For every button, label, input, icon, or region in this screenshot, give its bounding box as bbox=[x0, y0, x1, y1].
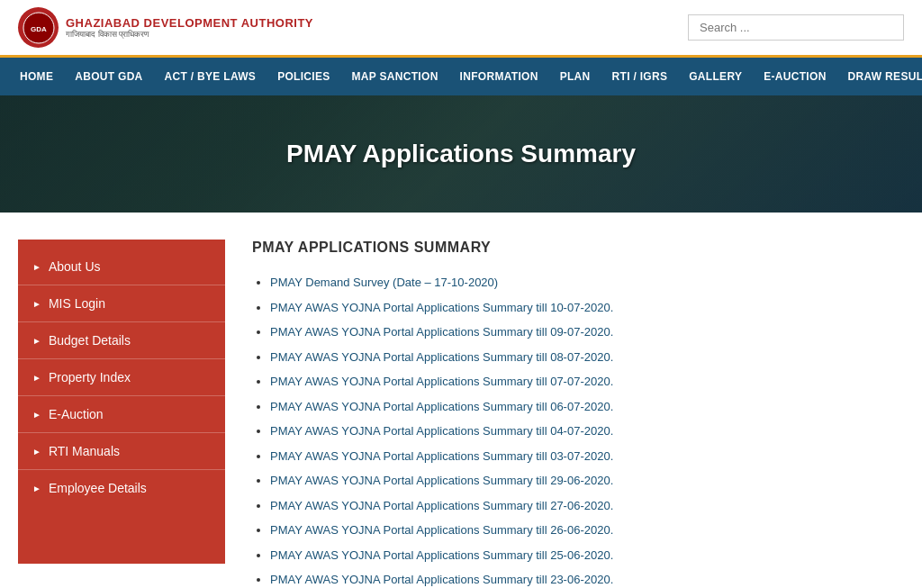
pmay-link[interactable]: PMAY AWAS YOJNA Portal Applications Summ… bbox=[270, 548, 613, 562]
header: GDA GHAZIABAD DEVELOPMENT AUTHORITY गाजि… bbox=[0, 0, 922, 58]
main-content: ► About Us ► MIS Login ► Budget Details … bbox=[0, 213, 922, 588]
list-item: PMAY AWAS YOJNA Portal Applications Summ… bbox=[270, 547, 877, 565]
sidebar-label-rti-manuals: RTI Manuals bbox=[49, 444, 120, 458]
list-item: PMAY AWAS YOJNA Portal Applications Summ… bbox=[270, 448, 877, 466]
sidebar-item-employee-details[interactable]: ► Employee Details bbox=[18, 470, 225, 506]
sidebar: ► About Us ► MIS Login ► Budget Details … bbox=[18, 240, 225, 564]
pmay-link[interactable]: PMAY AWAS YOJNA Portal Applications Summ… bbox=[270, 325, 613, 339]
pmay-link[interactable]: PMAY AWAS YOJNA Portal Applications Summ… bbox=[270, 350, 613, 364]
sidebar-label-budget-details: Budget Details bbox=[49, 333, 131, 348]
arrow-icon: ► bbox=[32, 336, 41, 346]
pmay-link[interactable]: PMAY AWAS YOJNA Portal Applications Summ… bbox=[270, 573, 613, 586]
arrow-icon: ► bbox=[32, 410, 41, 420]
nav-item-policies[interactable]: POLICIES bbox=[267, 58, 340, 95]
arrow-icon: ► bbox=[32, 262, 41, 272]
sidebar-label-property-index: Property Index bbox=[49, 370, 131, 384]
nav-item-act[interactable]: ACT / BYE LAWS bbox=[154, 58, 267, 95]
list-item: PMAY AWAS YOJNA Portal Applications Summ… bbox=[270, 521, 877, 539]
list-item: PMAY AWAS YOJNA Portal Applications Summ… bbox=[270, 398, 877, 416]
arrow-icon: ► bbox=[32, 299, 41, 309]
list-item: PMAY AWAS YOJNA Portal Applications Summ… bbox=[270, 497, 877, 515]
list-item: PMAY AWAS YOJNA Portal Applications Summ… bbox=[270, 348, 877, 366]
list-item: PMAY AWAS YOJNA Portal Applications Summ… bbox=[270, 422, 877, 440]
hero-banner: PMAY Applications Summary bbox=[0, 95, 922, 213]
pmay-link[interactable]: PMAY AWAS YOJNA Portal Applications Summ… bbox=[270, 400, 613, 413]
sidebar-item-mis-login[interactable]: ► MIS Login bbox=[18, 285, 225, 322]
navbar: HOME ABOUT GDA ACT / BYE LAWS POLICIES M… bbox=[0, 58, 922, 95]
pmay-link[interactable]: PMAY Demand Survey (Date – 17-10-2020) bbox=[270, 276, 498, 289]
nav-item-plan[interactable]: PLAN bbox=[549, 58, 601, 95]
pmay-link[interactable]: PMAY AWAS YOJNA Portal Applications Summ… bbox=[270, 474, 613, 487]
arrow-icon: ► bbox=[32, 447, 41, 457]
nav-item-about-gda[interactable]: ABOUT GDA bbox=[64, 58, 153, 95]
hero-title: PMAY Applications Summary bbox=[286, 140, 636, 168]
pmay-link[interactable]: PMAY AWAS YOJNA Portal Applications Summ… bbox=[270, 449, 613, 463]
logo-area: GDA GHAZIABAD DEVELOPMENT AUTHORITY गाजि… bbox=[18, 7, 313, 48]
list-item: PMAY AWAS YOJNA Portal Applications Summ… bbox=[270, 299, 877, 317]
logo-text: GHAZIABAD DEVELOPMENT AUTHORITY गाजियाबा… bbox=[66, 16, 313, 40]
pmay-links-list: PMAY Demand Survey (Date – 17-10-2020)PM… bbox=[252, 274, 877, 588]
content-title: PMAY APPLICATIONS SUMMARY bbox=[252, 240, 877, 256]
nav-item-information[interactable]: INFORMATION bbox=[449, 58, 549, 95]
sidebar-label-eauction: E-Auction bbox=[49, 407, 104, 421]
pmay-link[interactable]: PMAY AWAS YOJNA Portal Applications Summ… bbox=[270, 424, 613, 438]
svg-text:GDA: GDA bbox=[31, 25, 47, 33]
arrow-icon: ► bbox=[32, 484, 41, 493]
logo-icon: GDA bbox=[18, 7, 59, 48]
nav-item-eauction[interactable]: E-AUCTION bbox=[753, 58, 836, 95]
list-item: PMAY Demand Survey (Date – 17-10-2020) bbox=[270, 274, 877, 292]
nav-item-gallery[interactable]: GALLERY bbox=[678, 58, 753, 95]
sidebar-label-mis-login: MIS Login bbox=[49, 296, 105, 311]
nav-item-draw-results[interactable]: DRAW RESULTS bbox=[837, 58, 922, 95]
sidebar-item-eauction[interactable]: ► E-Auction bbox=[18, 396, 225, 433]
pmay-link[interactable]: PMAY AWAS YOJNA Portal Applications Summ… bbox=[270, 375, 613, 388]
list-item: PMAY AWAS YOJNA Portal Applications Summ… bbox=[270, 472, 877, 490]
sidebar-label-about-us: About Us bbox=[49, 259, 101, 274]
content-area: PMAY APPLICATIONS SUMMARY PMAY Demand Su… bbox=[225, 240, 904, 588]
sidebar-item-budget-details[interactable]: ► Budget Details bbox=[18, 322, 225, 359]
list-item: PMAY AWAS YOJNA Portal Applications Summ… bbox=[270, 323, 877, 341]
sidebar-item-rti-manuals[interactable]: ► RTI Manuals bbox=[18, 433, 225, 470]
logo-title: GHAZIABAD DEVELOPMENT AUTHORITY bbox=[66, 16, 313, 30]
pmay-link[interactable]: PMAY AWAS YOJNA Portal Applications Summ… bbox=[270, 499, 613, 512]
logo-subtitle: गाजियाबाद विकास प्राधिकरण bbox=[66, 30, 313, 40]
search-area bbox=[688, 14, 904, 41]
arrow-icon: ► bbox=[32, 373, 41, 383]
sidebar-item-property-index[interactable]: ► Property Index bbox=[18, 359, 225, 396]
list-item: PMAY AWAS YOJNA Portal Applications Summ… bbox=[270, 571, 877, 588]
sidebar-label-employee-details: Employee Details bbox=[49, 481, 147, 495]
pmay-link[interactable]: PMAY AWAS YOJNA Portal Applications Summ… bbox=[270, 523, 613, 537]
nav-item-home[interactable]: HOME bbox=[9, 58, 64, 95]
nav-item-rti[interactable]: RTI / IGRS bbox=[601, 58, 679, 95]
pmay-link[interactable]: PMAY AWAS YOJNA Portal Applications Summ… bbox=[270, 301, 613, 314]
search-input[interactable] bbox=[688, 14, 904, 41]
sidebar-item-about-us[interactable]: ► About Us bbox=[18, 249, 225, 285]
list-item: PMAY AWAS YOJNA Portal Applications Summ… bbox=[270, 373, 877, 391]
nav-item-map-sanction[interactable]: MAP SANCTION bbox=[341, 58, 449, 95]
